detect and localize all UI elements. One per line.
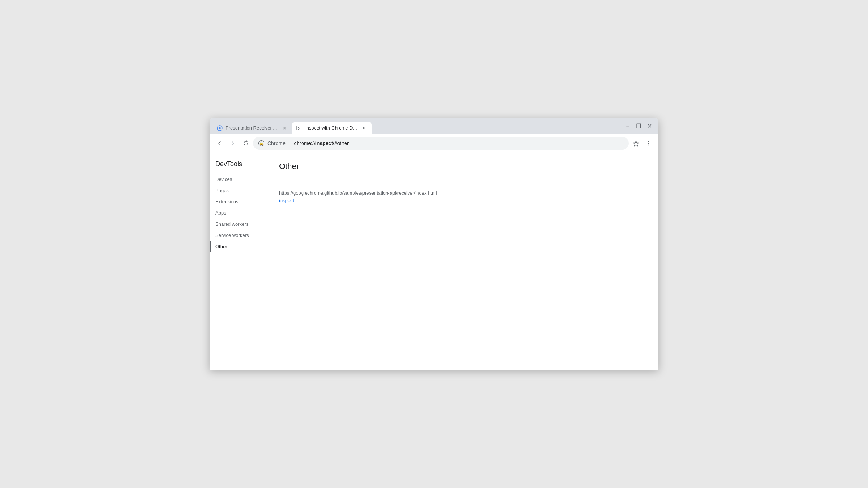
sidebar-pages-label: Pages — [215, 188, 229, 193]
url-text: chrome://inspect/#other — [294, 140, 349, 146]
url-inspect-bold: inspect — [315, 140, 333, 146]
inspect-url: https://googlechrome.github.io/samples/p… — [279, 190, 647, 196]
sidebar-item-service-workers[interactable]: Service workers — [210, 230, 267, 241]
menu-button[interactable] — [642, 137, 654, 149]
sidebar-item-shared-workers[interactable]: Shared workers — [210, 218, 267, 230]
url-suffix: /#other — [333, 140, 349, 146]
main-content: Other https://googlechrome.github.io/sam… — [267, 153, 658, 370]
sidebar-shared-workers-label: Shared workers — [215, 221, 248, 227]
close-button[interactable]: ✕ — [645, 122, 654, 131]
tab-1-close[interactable]: × — [281, 125, 288, 131]
back-button[interactable] — [214, 137, 226, 149]
tabs-container: Presentation Receiver A... × Inspect wit… — [210, 122, 619, 134]
reload-button[interactable] — [240, 137, 252, 149]
title-bar: Presentation Receiver A... × Inspect wit… — [210, 118, 658, 134]
sidebar-item-extensions[interactable]: Extensions — [210, 196, 267, 207]
sidebar-devices-label: Devices — [215, 177, 232, 182]
browser-window: Presentation Receiver A... × Inspect wit… — [210, 118, 658, 370]
tab-2-icon — [296, 125, 302, 131]
minimize-button[interactable]: − — [623, 122, 632, 131]
svg-point-5 — [648, 143, 649, 144]
sidebar-service-workers-label: Service workers — [215, 233, 249, 238]
sidebar-extensions-label: Extensions — [215, 199, 239, 204]
restore-button[interactable]: ❐ — [634, 122, 643, 131]
tab-empty — [372, 122, 386, 134]
tab-2-close[interactable]: × — [361, 125, 367, 131]
sidebar-item-devices[interactable]: Devices — [210, 174, 267, 185]
tab-2-title: Inspect with Chrome Dev... — [305, 125, 358, 131]
sidebar-apps-label: Apps — [215, 210, 226, 216]
address-bar[interactable]: 🔒 Chrome | chrome://inspect/#other — [253, 137, 629, 150]
sidebar-title: DevTools — [210, 160, 267, 174]
svg-point-6 — [648, 145, 649, 145]
tab-presentation-receiver[interactable]: Presentation Receiver A... × — [212, 122, 292, 134]
url-separator: | — [289, 140, 291, 146]
svg-text:🔒: 🔒 — [259, 141, 264, 146]
content-divider — [279, 180, 647, 180]
sidebar: DevTools Devices Pages Extensions Apps S… — [210, 153, 267, 370]
nav-bar: 🔒 Chrome | chrome://inspect/#other — [210, 134, 658, 153]
nav-actions — [630, 137, 654, 149]
forward-button[interactable] — [227, 137, 239, 149]
inspect-entry: https://googlechrome.github.io/samples/p… — [279, 186, 647, 208]
browser-body: DevTools Devices Pages Extensions Apps S… — [210, 153, 658, 370]
security-icon: 🔒 — [258, 140, 265, 147]
svg-point-4 — [648, 141, 649, 142]
sidebar-item-other[interactable]: Other — [210, 241, 267, 252]
bookmark-button[interactable] — [630, 137, 642, 149]
inspect-link[interactable]: inspect — [279, 198, 294, 203]
url-label-chrome: Chrome — [267, 140, 286, 146]
sidebar-item-pages[interactable]: Pages — [210, 185, 267, 196]
tab-inspect-devtools[interactable]: Inspect with Chrome Dev... × — [292, 122, 372, 134]
sidebar-item-apps[interactable]: Apps — [210, 207, 267, 218]
sidebar-other-label: Other — [215, 244, 227, 249]
tab-1-icon — [217, 125, 223, 131]
svg-rect-1 — [297, 126, 302, 130]
page-title: Other — [279, 162, 647, 171]
tab-1-title: Presentation Receiver A... — [226, 125, 278, 131]
window-controls: − ❐ ✕ — [619, 118, 658, 134]
